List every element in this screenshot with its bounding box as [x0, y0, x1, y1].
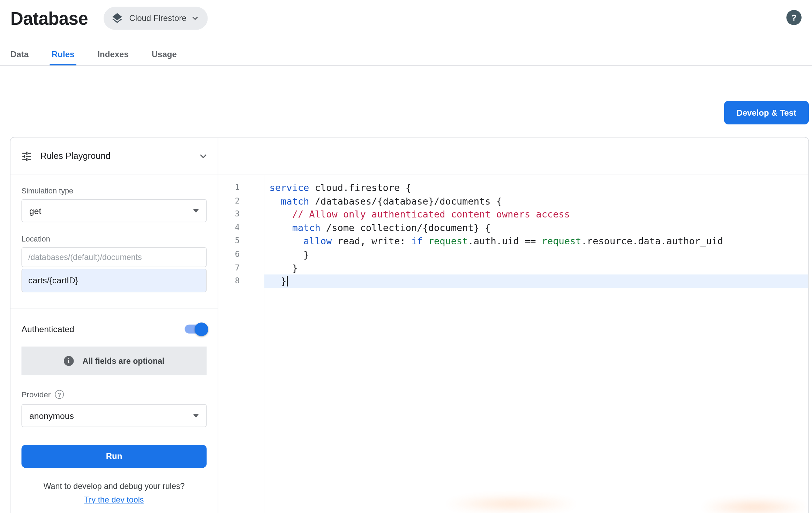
location-input[interactable]: carts/{cartID}: [22, 269, 207, 292]
code-line-5[interactable]: allow read, write: if request.auth.uid =…: [264, 235, 809, 248]
rules-editor[interactable]: 12345678 service cloud.firestore { match…: [218, 175, 809, 513]
provider-help-icon[interactable]: ?: [55, 390, 64, 399]
tune-icon: [21, 150, 32, 162]
page-title: Database: [10, 6, 88, 30]
editor-header: [218, 138, 809, 175]
info-banner: i All fields are optional: [22, 347, 207, 376]
info-icon: i: [63, 356, 74, 366]
topbar: Database Cloud Firestore ?: [0, 0, 812, 45]
simulation-type-label: Simulation type: [22, 187, 207, 195]
question-mark-icon: ?: [791, 13, 797, 22]
line-number: 1: [218, 181, 264, 194]
line-number: 8: [218, 275, 264, 288]
text-cursor: [286, 276, 287, 286]
simulation-type-value: get: [29, 206, 41, 216]
main-content: Develop & Test Rules Playground: [10, 101, 809, 513]
line-number: 3: [218, 208, 264, 221]
simulation-type-select[interactable]: get: [22, 199, 207, 222]
rules-playground-title: Rules Playground: [40, 151, 111, 161]
code-line-2[interactable]: match /databases/{database}/documents {: [264, 194, 809, 207]
authenticated-row: Authenticated: [22, 324, 207, 334]
code-line-3[interactable]: // Allow only authenticated content owne…: [264, 208, 809, 221]
code-line-8[interactable]: }: [264, 275, 809, 288]
dev-tools-link-wrap: Try the dev tools: [22, 495, 207, 505]
authenticated-label: Authenticated: [22, 324, 74, 334]
line-number: 6: [218, 248, 264, 261]
tab-rules[interactable]: Rules: [50, 45, 76, 66]
dropdown-arrow-icon: [193, 209, 199, 213]
location-base-path-text: /databases/(default)/documents: [28, 253, 142, 262]
provider-select[interactable]: anonymous: [22, 404, 207, 427]
authenticated-toggle[interactable]: [185, 325, 207, 334]
dev-tools-question: Want to develop and debug your rules?: [22, 482, 207, 491]
collapse-chevron-icon[interactable]: [200, 153, 208, 159]
rules-playground-body: Simulation type get Location /databases/…: [10, 175, 218, 513]
chevron-down-icon: [192, 16, 198, 21]
tab-bar: Data Rules Indexes Usage: [0, 45, 812, 66]
editor-gutter: 12345678: [218, 175, 264, 513]
line-number: 7: [218, 261, 264, 274]
code-line-7[interactable]: }: [264, 261, 809, 274]
provider-label: Provider: [22, 390, 51, 399]
line-number: 4: [218, 221, 264, 234]
editor-code[interactable]: service cloud.firestore { match /databas…: [264, 175, 809, 513]
line-number: 5: [218, 235, 264, 248]
database-selector-label: Cloud Firestore: [129, 14, 187, 23]
code-line-1[interactable]: service cloud.firestore {: [264, 181, 809, 194]
tab-data[interactable]: Data: [8, 45, 31, 66]
code-line-4[interactable]: match /some_collection/{document} {: [264, 221, 809, 234]
dropdown-arrow-icon: [193, 414, 199, 418]
location-input-value: carts/{cartID}: [28, 276, 78, 286]
location-label: Location: [22, 235, 207, 243]
code-line-6[interactable]: }: [264, 248, 809, 261]
section-divider: [10, 308, 218, 309]
firebase-console-database-page: Database Cloud Firestore ? Data Rules In…: [0, 0, 812, 513]
run-button[interactable]: Run: [22, 445, 207, 468]
dev-tools-link[interactable]: Try the dev tools: [84, 495, 144, 504]
firestore-icon: [111, 12, 123, 25]
rules-playground-header[interactable]: Rules Playground: [10, 138, 218, 175]
toggle-thumb: [195, 322, 208, 336]
database-selector-chip[interactable]: Cloud Firestore: [104, 7, 208, 30]
provider-row: Provider ?: [22, 390, 207, 399]
develop-and-test-button[interactable]: Develop & Test: [724, 101, 809, 125]
info-banner-text: All fields are optional: [82, 356, 164, 366]
provider-value: anonymous: [29, 411, 74, 421]
tab-usage[interactable]: Usage: [150, 45, 179, 66]
rules-panel: Rules Playground Simulation type get Loc…: [10, 137, 809, 513]
line-number: 2: [218, 194, 264, 207]
help-button[interactable]: ?: [787, 10, 802, 25]
actions-row: Develop & Test: [10, 101, 809, 125]
tab-indexes[interactable]: Indexes: [95, 45, 130, 66]
location-base-path: /databases/(default)/documents: [22, 247, 207, 267]
